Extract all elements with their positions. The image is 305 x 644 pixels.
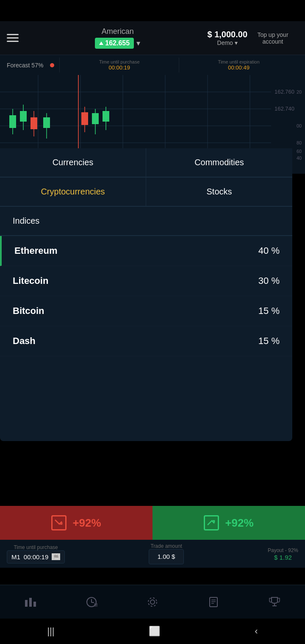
- category-tabs-row1: Currencies Commodities: [0, 148, 292, 178]
- buy-button[interactable]: +92%: [152, 506, 305, 540]
- svg-text:80: 80: [297, 140, 302, 145]
- nav-education[interactable]: [207, 596, 220, 608]
- commodities-label: Commodities: [194, 158, 244, 167]
- status-bar: [0, 0, 305, 21]
- stocks-label: Stocks: [206, 187, 232, 196]
- cryptocurrencies-label: Cryptocurrencies: [41, 187, 105, 196]
- svg-text:162.760: 162.760: [274, 89, 294, 95]
- price-display[interactable]: 162.655: [95, 38, 134, 49]
- time-until-expiration-block: Time until expiration 00:00:49: [179, 58, 298, 72]
- svg-point-41: [148, 598, 157, 606]
- forecast-indicator: [50, 63, 54, 67]
- header-asset-section: American 162.655 ▾: [28, 27, 207, 49]
- svg-rect-33: [25, 600, 28, 607]
- svg-rect-16: [30, 117, 37, 129]
- nav-chart[interactable]: [24, 596, 37, 608]
- ethereum-pct: 40 %: [258, 245, 280, 256]
- asset-category-panel: Currencies Commodities Cryptocurrencies …: [0, 148, 292, 441]
- nav-settings[interactable]: [146, 596, 159, 608]
- account-type-chevron: ▾: [235, 39, 238, 46]
- bitcoin-name: Bitcoin: [13, 305, 44, 316]
- dash-row[interactable]: Dash 15 %: [0, 326, 292, 356]
- bitcoin-row[interactable]: Bitcoin 15 %: [0, 296, 292, 326]
- trade-info-bar: Time until purchase M1 00:00:19 🏁 Trade …: [0, 540, 305, 568]
- gear-icon: [146, 596, 159, 608]
- asset-name: American: [102, 27, 134, 36]
- trade-time-section-wrapper: Time until purchase M1 00:00:19 🏁: [7, 544, 65, 564]
- time-until-expiration-value: 00:00:49: [228, 64, 250, 71]
- bottom-nav: M1: [0, 585, 305, 619]
- sell-pct: +92%: [72, 516, 101, 530]
- commodities-tab[interactable]: Commodities: [146, 148, 292, 177]
- svg-rect-12: [9, 115, 16, 128]
- svg-rect-23: [92, 113, 99, 124]
- svg-rect-34: [29, 598, 32, 607]
- sys-home-icon[interactable]: ⬜: [149, 626, 160, 637]
- history-icon: M1: [85, 596, 98, 608]
- cryptocurrencies-tab[interactable]: Cryptocurrencies: [0, 178, 146, 206]
- svg-rect-25: [103, 111, 109, 122]
- category-tabs-row2: Cryptocurrencies Stocks: [0, 178, 292, 207]
- topup-label: Top up your account: [247, 31, 298, 45]
- svg-rect-35: [33, 602, 36, 607]
- stocks-tab[interactable]: Stocks: [146, 178, 292, 206]
- sell-button[interactable]: +92%: [0, 506, 152, 540]
- svg-text:00: 00: [297, 123, 302, 128]
- price-up-arrow: [99, 42, 103, 45]
- svg-rect-42: [210, 597, 217, 607]
- price-badge[interactable]: 162.655 ▾: [95, 38, 140, 49]
- currencies-label: Currencies: [53, 158, 94, 167]
- trade-amount-section: Trade amount 1.00 $: [149, 543, 184, 564]
- dash-name: Dash: [13, 336, 36, 347]
- time-until-expiration-label: Time until expiration: [218, 59, 260, 64]
- time-until-purchase-block: Time until purchase 00:00:19: [59, 58, 179, 72]
- trade-buttons: +92% +92%: [0, 506, 305, 540]
- payout-section: Payout - 92% $ 1.92: [268, 546, 298, 561]
- trade-time-control[interactable]: M1 00:00:19 🏁: [7, 550, 65, 564]
- trading-bar: +92% +92% Time until purchase M1 00:00:1…: [0, 506, 305, 568]
- time-until-purchase-value: 00:00:19: [108, 64, 130, 71]
- nav-tournaments[interactable]: [268, 596, 281, 608]
- indices-row: Indices: [0, 207, 292, 236]
- amount-value: 1.00 $: [158, 553, 175, 560]
- bitcoin-pct: 15 %: [258, 305, 280, 316]
- menu-button[interactable]: [7, 34, 28, 42]
- asset-dropdown-icon[interactable]: ▾: [136, 39, 140, 48]
- litecoin-row[interactable]: Litecoin 30 %: [0, 266, 292, 296]
- svg-text:M1: M1: [94, 603, 98, 608]
- asset-list: Ethereum 40 % Litecoin 30 % Bitcoin 15 %…: [0, 236, 292, 441]
- system-nav: ||| ⬜ ‹: [0, 619, 305, 644]
- account-type-label: Demo: [217, 39, 233, 46]
- svg-text:60: 60: [297, 149, 302, 154]
- ethereum-name: Ethereum: [14, 245, 57, 256]
- svg-rect-18: [43, 117, 50, 128]
- time-blocks: Time until purchase 00:00:19 Time until …: [59, 58, 298, 72]
- indices-tab[interactable]: Indices: [0, 207, 292, 236]
- sys-menu-icon[interactable]: |||: [47, 626, 54, 637]
- currencies-tab[interactable]: Currencies: [0, 148, 146, 177]
- chart-info-bar: Forecast 57% Time until purchase 00:00:1…: [0, 55, 305, 75]
- svg-rect-21: [81, 112, 88, 125]
- svg-rect-14: [20, 111, 27, 122]
- time-remaining: 00:00:19: [24, 553, 48, 561]
- litecoin-name: Litecoin: [13, 275, 48, 286]
- chart-icon: [24, 596, 37, 608]
- time-label: Time until purchase: [14, 544, 58, 550]
- header: American 162.655 ▾ $ 1,000.00 Demo ▾ Top…: [0, 21, 305, 55]
- account-type-selector[interactable]: Demo ▾: [217, 39, 238, 46]
- litecoin-pct: 30 %: [258, 275, 280, 286]
- svg-text:20: 20: [297, 89, 302, 94]
- svg-text:40: 40: [297, 155, 302, 161]
- svg-point-40: [150, 600, 155, 604]
- indices-label: Indices: [13, 216, 39, 225]
- ethereum-row[interactable]: Ethereum 40 %: [0, 236, 292, 266]
- topup-button[interactable]: Top up your account: [247, 31, 298, 45]
- amount-label: Trade amount: [150, 543, 182, 549]
- dash-pct: 15 %: [258, 336, 280, 347]
- payout-label: Payout - 92%: [268, 547, 298, 553]
- svg-text:162.740: 162.740: [274, 105, 294, 112]
- amount-control[interactable]: 1.00 $: [149, 549, 184, 564]
- sys-back-icon[interactable]: ‹: [255, 626, 258, 637]
- trophy-icon: [268, 596, 281, 608]
- nav-history[interactable]: M1: [85, 596, 98, 608]
